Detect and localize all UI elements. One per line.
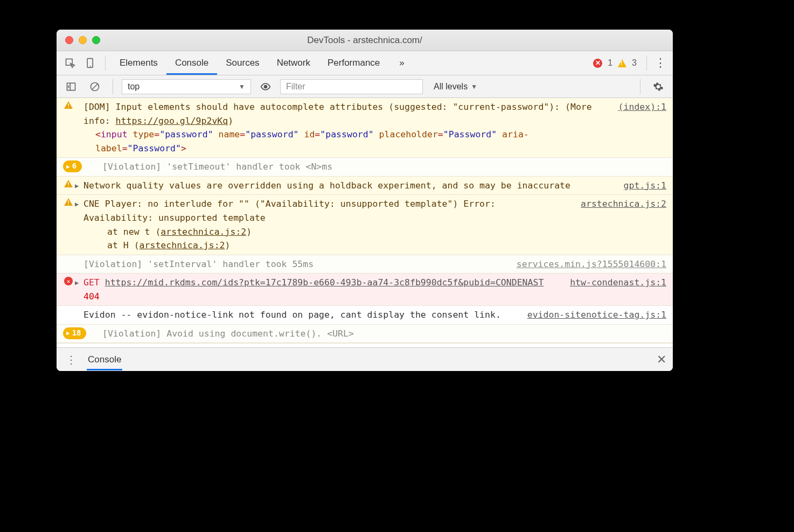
drawer: ⋮ Console ✕ [57, 347, 673, 371]
warning-icon [64, 180, 73, 187]
log-link[interactable]: https://mid.rkdms.com/ids?ptk=17c1789b-e… [105, 277, 544, 288]
live-expression-icon[interactable] [256, 78, 275, 96]
log-row[interactable]: ▶ 18[Violation] Avoid using document.wri… [57, 325, 673, 344]
tab-elements[interactable]: Elements [111, 51, 166, 75]
stack-link[interactable]: arstechnica.js:2 [140, 240, 225, 250]
clear-console-icon[interactable] [86, 78, 104, 96]
repeat-count-badge: ▶ 18 [63, 327, 86, 339]
log-message: [DOM] Input elements should have autocom… [83, 100, 608, 155]
execution-context-select[interactable]: top ▼ [122, 79, 251, 94]
warning-icon [64, 198, 73, 206]
tab-network[interactable]: Network [268, 51, 319, 75]
log-source[interactable]: htw-condenast.js:1 [559, 276, 666, 303]
log-row[interactable]: [DOM] Input elements should have autocom… [57, 98, 673, 158]
main-tabbar: ElementsConsoleSourcesNetworkPerformance… [57, 51, 673, 75]
kebab-menu-icon[interactable]: ⋮ [652, 56, 668, 70]
console-log-area: [DOM] Input elements should have autocom… [57, 98, 673, 343]
filter-placeholder: Filter [286, 82, 305, 92]
svg-line-6 [92, 84, 97, 89]
error-icon [64, 277, 73, 285]
window-title: DevTools - arstechnica.com/ [57, 35, 673, 46]
error-warning-counts[interactable]: ✕ 1 3 [593, 58, 637, 68]
log-message: GET https://mid.rkdms.com/ids?ptk=17c178… [83, 276, 559, 303]
stack-link[interactable]: arstechnica.js:2 [161, 227, 246, 237]
console-toolbar: top ▼ Filter All levels ▼ [57, 75, 673, 98]
log-row[interactable]: Evidon -- evidon-notice-link not found o… [57, 306, 673, 325]
warning-badge-icon [618, 59, 626, 67]
log-level-select[interactable]: All levels ▼ [428, 82, 483, 92]
separator [646, 55, 647, 71]
log-row[interactable]: [Violation] 'setInterval' handler took 5… [57, 255, 673, 274]
log-message: Network quality values are overridden us… [83, 179, 613, 193]
log-source[interactable]: (index):1 [608, 100, 666, 155]
log-source[interactable]: evidon-sitenotice-tag.js:1 [517, 308, 666, 322]
warning-count: 3 [632, 58, 637, 68]
chevron-down-icon: ▼ [471, 83, 477, 90]
error-badge-icon: ✕ [593, 59, 602, 68]
separator [113, 79, 113, 94]
disclosure-triangle-icon[interactable]: ▶ [75, 181, 79, 191]
log-link[interactable]: https://goo.gl/9p2vKq [116, 116, 228, 126]
svg-point-7 [264, 85, 267, 88]
repeat-count-badge: ▶ 6 [63, 160, 82, 172]
log-row[interactable]: ▶GET https://mid.rkdms.com/ids?ptk=17c17… [57, 274, 673, 306]
minimize-icon[interactable] [79, 36, 87, 44]
filter-input[interactable]: Filter [280, 79, 423, 94]
log-row[interactable]: ▶ 6[Violation] 'setTimeout' handler took… [57, 158, 673, 177]
drawer-tab-console[interactable]: Console [87, 349, 122, 370]
log-message: [Violation] 'setTimeout' handler took <N… [102, 160, 666, 174]
tab-performance[interactable]: Performance [319, 51, 388, 75]
log-message: CNE Player: no interlude for "" ("Availa… [83, 197, 570, 252]
levels-label: All levels [434, 82, 468, 92]
inspect-element-icon[interactable] [61, 54, 79, 72]
tab-console[interactable]: Console [166, 51, 217, 75]
traffic-lights [57, 36, 100, 44]
devtools-window: DevTools - arstechnica.com/ ElementsCons… [57, 30, 673, 371]
toggle-sidebar-icon[interactable] [62, 78, 80, 96]
separator [640, 79, 640, 94]
tab-sources[interactable]: Sources [217, 51, 268, 75]
log-source[interactable]: gpt.js:1 [613, 179, 666, 193]
disclosure-triangle-icon[interactable]: ▶ [75, 199, 79, 209]
close-drawer-icon[interactable]: ✕ [657, 353, 666, 367]
log-row[interactable]: ▶Network quality values are overridden u… [57, 177, 673, 195]
error-count: 1 [608, 58, 612, 68]
separator [105, 55, 106, 71]
log-source[interactable]: services.min.js?1555014600:1 [506, 257, 666, 271]
close-icon[interactable] [65, 36, 73, 44]
chevron-down-icon: ▼ [239, 83, 245, 90]
log-message: [Violation] Avoid using document.write()… [102, 327, 666, 341]
log-message: [Violation] 'setInterval' handler took 5… [83, 257, 506, 271]
titlebar: DevTools - arstechnica.com/ [57, 30, 673, 51]
zoom-icon[interactable] [92, 36, 100, 44]
log-source[interactable]: arstechnica.js:2 [570, 197, 666, 252]
console-settings-icon[interactable] [649, 78, 667, 96]
tabs-overflow-button[interactable]: » [391, 51, 413, 75]
device-toolbar-icon[interactable] [81, 54, 100, 72]
log-message: Evidon -- evidon-notice-link not found o… [83, 308, 517, 322]
context-label: top [128, 82, 140, 92]
drawer-menu-icon[interactable]: ⋮ [63, 353, 79, 366]
disclosure-triangle-icon[interactable]: ▶ [75, 278, 79, 288]
warning-icon [64, 101, 73, 109]
log-row[interactable]: ▶CNE Player: no interlude for "" ("Avail… [57, 195, 673, 255]
